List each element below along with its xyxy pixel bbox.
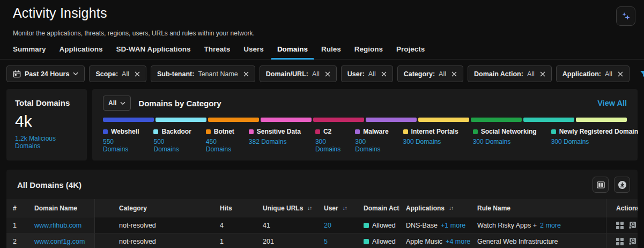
legend-label: Botnet [214,128,234,135]
more-apps-link[interactable]: +4 more [446,238,470,245]
legend-label: Social Networking [481,128,537,135]
malicious-domains-link[interactable]: 1.2k Malicious Domains [15,135,78,150]
category-segment-internet-portals[interactable] [418,118,469,122]
category-segment-c2[interactable] [313,118,364,122]
remove-filter-icon[interactable] [325,71,330,77]
grid-view-button[interactable] [616,222,624,229]
legend-item-internet-portals: Internet Portals300 Domains [403,128,458,153]
more-rules-link[interactable]: 2 more [540,222,561,229]
action-status-swatch [364,223,369,228]
legend-label: C2 [323,128,331,135]
filter-chip-domain-action[interactable]: Domain Action:All [468,65,552,82]
domain-link[interactable]: www.conf1g.com [34,238,85,245]
download-icon [618,180,627,189]
legend-item-botnet: Botnet450 Domains [206,128,234,153]
cell-rule-name: Watch Risky Apps +2 more [471,217,606,233]
legend-count-link[interactable]: 550 Domains [103,138,139,153]
category-distribution-bar [103,118,627,122]
cell-applications: Apple Music+4 more [399,234,471,248]
filter-chip-sub-tenant[interactable]: Sub-tenant:Tenant Name [151,65,255,82]
remove-filter-icon[interactable] [618,71,623,77]
legend-swatch [206,129,211,134]
remove-filter-icon[interactable] [135,71,140,77]
total-domains-title: Total Domains [15,98,78,107]
grid-view-button[interactable] [616,238,624,245]
table-row: 2www.conf1g.comnot-resolved12015AllowedA… [6,233,638,248]
domains-by-category-card: All Domains by Category View All Webshel… [92,89,638,161]
legend-count-link[interactable]: 300 Domains [315,138,340,153]
legend-label: Malware [363,128,388,135]
category-segment-webshell[interactable] [103,118,154,122]
category-scope-select[interactable]: All [103,96,131,111]
download-button[interactable] [614,177,630,193]
remove-filter-icon[interactable] [381,71,387,77]
domain-link[interactable]: www.rfihub.com [34,222,82,229]
filter-chip-user[interactable]: User:All [341,65,393,82]
column-header-user[interactable]: User↓↑ [317,199,357,217]
tab-domains[interactable]: Domains [271,45,314,59]
time-range-filter[interactable]: Past 24 Hours [6,65,85,82]
legend-count-link[interactable]: 450 Domains [206,138,234,153]
sort-icon[interactable]: ↓↑ [343,205,347,211]
tab-summary[interactable]: Summary [6,45,53,59]
sort-icon[interactable]: ↓↑ [449,205,453,211]
sort-icon[interactable]: ↓↑ [307,205,312,211]
remove-filter-icon[interactable] [540,71,545,77]
filter-chip-domain-url[interactable]: Domain/URL:All [260,65,337,82]
tab-projects[interactable]: Projects [390,45,431,59]
legend-count-link[interactable]: 300 Domains [551,138,638,145]
tab-rules[interactable]: Rules [315,45,347,59]
legend-count-link[interactable]: 300 Domains [403,138,458,145]
category-segment-questionable[interactable] [576,118,627,122]
category-segment-malware[interactable] [366,118,417,122]
column-header-applications[interactable]: Applications↓↑ [399,199,471,217]
legend-item-malware: Malware300 Domains [355,128,388,153]
filter-chip-application[interactable]: Application:All [556,65,630,82]
legend-label: Newly Registered Domain [559,128,638,135]
tab-sd-wan-applications[interactable]: SD-WAN Applications [110,45,197,59]
category-segment-backdoor[interactable] [156,118,206,122]
remove-filter-icon[interactable] [451,71,457,77]
close-icon [381,71,387,77]
column-header-index: # [6,199,28,217]
tab-threats[interactable]: Threats [198,45,237,59]
legend-count-link[interactable]: 300 Domains [473,138,537,145]
log-viewer-button[interactable] [628,221,636,229]
legend-item-newly-registered-domain: Newly Registered Domain300 Domains [551,128,638,153]
log-viewer-button[interactable] [628,237,636,245]
filter-chip-category[interactable]: Category:All [397,65,463,82]
legend-swatch [315,129,320,134]
more-apps-link[interactable]: +1 more [441,222,465,229]
legend-item-webshell: Webshell550 Domains [103,128,139,153]
filter-bar: Past 24 HoursScope:AllSub-tenant:Tenant … [6,65,638,82]
user-count-link[interactable]: 5 [324,238,328,245]
table-header-row: #Domain NameCategoryHitsUnique URLs↓↑Use… [6,199,638,217]
legend-label: Webshell [111,128,139,135]
legend-count-link[interactable]: 500 Domains [153,138,191,153]
table-toolbar [593,177,630,193]
filter-chip-scope[interactable]: Scope:All [89,65,146,82]
category-segment-botnet[interactable] [208,118,259,122]
legend-count-link[interactable]: 300 Domains [355,138,388,153]
tab-users[interactable]: Users [237,45,270,59]
add-filter-button[interactable]: Add Filter [640,70,644,78]
tab-applications[interactable]: Applications [53,45,109,59]
manage-columns-button[interactable] [593,177,609,193]
user-count-link[interactable]: 20 [324,222,331,229]
column-header-unique-urls[interactable]: Unique URLs↓↑ [256,199,317,217]
column-header-rule-name: Rule Name [471,199,606,217]
domains-by-category-title: Domains by Category [138,99,221,108]
close-icon [540,71,545,77]
cell-domain-name: www.rfihub.com [28,217,95,233]
remove-filter-icon[interactable] [243,71,249,77]
filter-funnel-icon [640,71,644,77]
summary-cards-row: Total Domains 4k 1.2k Malicious Domains … [6,89,638,161]
ai-assistant-button[interactable] [616,6,635,26]
tab-regions[interactable]: Regions [348,45,389,59]
category-segment-sensitive-data[interactable] [261,118,312,122]
cell-actions [606,234,638,248]
category-segment-newly-registered-domain[interactable] [523,118,574,122]
view-all-link[interactable]: View All [597,99,627,107]
legend-count-link[interactable]: 382 Domains [249,138,301,145]
category-segment-social-networking[interactable] [471,118,522,122]
